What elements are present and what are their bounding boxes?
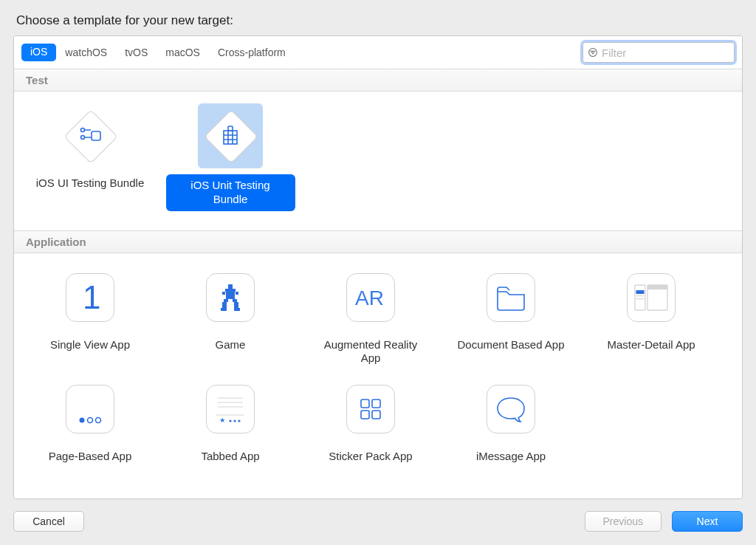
- svg-rect-20: [636, 290, 645, 294]
- svg-point-2: [81, 136, 85, 140]
- template-panel: iOS watchOS tvOS macOS Cross-platform Te…: [13, 35, 743, 499]
- svg-rect-7: [228, 284, 233, 289]
- filter-input[interactable]: [602, 47, 729, 59]
- tab-ios[interactable]: iOS: [21, 44, 56, 61]
- template-single-view-app[interactable]: 1 Single View App: [20, 265, 160, 369]
- tab-tvos[interactable]: tvOS: [116, 44, 157, 61]
- unit-testing-icon: [203, 109, 258, 163]
- template-ios-ui-testing-bundle[interactable]: iOS UI Testing Bundle: [20, 103, 160, 211]
- svg-rect-15: [234, 302, 238, 308]
- next-button[interactable]: Next: [672, 511, 743, 532]
- svg-rect-8: [225, 289, 236, 292]
- svg-text:1: 1: [83, 281, 100, 315]
- template-label: Tabbed App: [193, 448, 267, 466]
- svg-point-32: [229, 419, 231, 422]
- svg-rect-3: [92, 131, 100, 140]
- svg-rect-9: [222, 292, 225, 295]
- page-based-icon: [66, 385, 114, 433]
- svg-rect-4: [224, 131, 237, 144]
- single-view-icon: 1: [66, 273, 114, 322]
- template-label: Master-Detail App: [599, 336, 702, 354]
- template-sticker-pack-app[interactable]: Sticker Pack App: [300, 377, 441, 466]
- svg-rect-19: [635, 285, 645, 310]
- svg-rect-21: [636, 295, 645, 296]
- template-master-detail-app[interactable]: Master-Detail App: [581, 265, 721, 369]
- template-label: Game: [208, 336, 253, 354]
- template-document-based-app[interactable]: Document Based App: [441, 265, 581, 369]
- template-ios-unit-testing-bundle[interactable]: iOS Unit Testing Bundle: [160, 103, 300, 211]
- tab-cross-platform[interactable]: Cross-platform: [209, 44, 295, 61]
- cancel-button[interactable]: Cancel: [13, 511, 84, 532]
- template-label: iOS Unit Testing Bundle: [166, 174, 295, 211]
- platform-tabbar: iOS watchOS tvOS macOS Cross-platform: [14, 36, 742, 69]
- svg-rect-35: [361, 400, 369, 408]
- svg-rect-38: [372, 411, 380, 419]
- filter-field[interactable]: [583, 42, 735, 63]
- template-tabbed-app[interactable]: Tabbed App: [160, 377, 300, 466]
- template-label: Augmented Reality App: [306, 336, 436, 369]
- svg-rect-17: [234, 308, 240, 311]
- template-augmented-reality-app[interactable]: AR Augmented Reality App: [300, 265, 441, 369]
- document-icon: [487, 273, 535, 322]
- svg-text:AR: AR: [355, 287, 384, 309]
- svg-point-27: [96, 418, 101, 423]
- svg-point-25: [80, 418, 85, 423]
- section-header-test: Test: [14, 69, 742, 92]
- section-header-application: Application: [14, 230, 742, 253]
- template-label: Document Based App: [450, 336, 571, 354]
- template-label: iOS UI Testing Bundle: [29, 174, 151, 193]
- filter-icon: [588, 47, 598, 58]
- svg-rect-36: [372, 400, 380, 408]
- svg-rect-22: [636, 298, 645, 299]
- section-body-application: 1 Single View App: [14, 253, 742, 485]
- tab-macos[interactable]: macOS: [157, 44, 209, 61]
- tabbed-icon: [206, 385, 255, 433]
- template-label: iMessage App: [469, 448, 553, 466]
- ar-icon: AR: [346, 273, 395, 322]
- svg-rect-10: [236, 292, 238, 295]
- sticker-pack-icon: [346, 385, 395, 433]
- svg-rect-16: [221, 308, 227, 311]
- svg-rect-14: [222, 302, 227, 308]
- svg-rect-37: [361, 411, 369, 419]
- dialog-footer: Cancel Previous Next: [13, 499, 743, 545]
- tab-watchos[interactable]: watchOS: [56, 44, 116, 61]
- svg-rect-13: [233, 299, 237, 302]
- template-game[interactable]: Game: [160, 265, 300, 369]
- game-icon: [206, 273, 255, 322]
- svg-point-1: [81, 128, 85, 132]
- svg-rect-11: [226, 292, 235, 299]
- svg-point-33: [233, 419, 236, 422]
- svg-point-26: [88, 418, 93, 423]
- ui-testing-icon: [63, 109, 117, 163]
- template-page-based-app[interactable]: Page-Based App: [20, 377, 160, 466]
- dialog-title: Choose a template for your new target:: [16, 13, 743, 28]
- template-label: Single View App: [43, 336, 137, 354]
- template-label: Page-Based App: [41, 448, 140, 466]
- previous-button: Previous: [585, 511, 662, 532]
- imessage-icon: [487, 385, 535, 433]
- template-imessage-app[interactable]: iMessage App: [441, 377, 581, 466]
- template-label: Sticker Pack App: [321, 448, 419, 466]
- section-body-test: iOS UI Testing Bundle: [14, 92, 742, 230]
- svg-point-34: [238, 419, 240, 422]
- svg-rect-5: [228, 126, 233, 131]
- svg-rect-12: [224, 299, 228, 302]
- master-detail-icon: [627, 273, 676, 322]
- svg-rect-24: [647, 285, 667, 289]
